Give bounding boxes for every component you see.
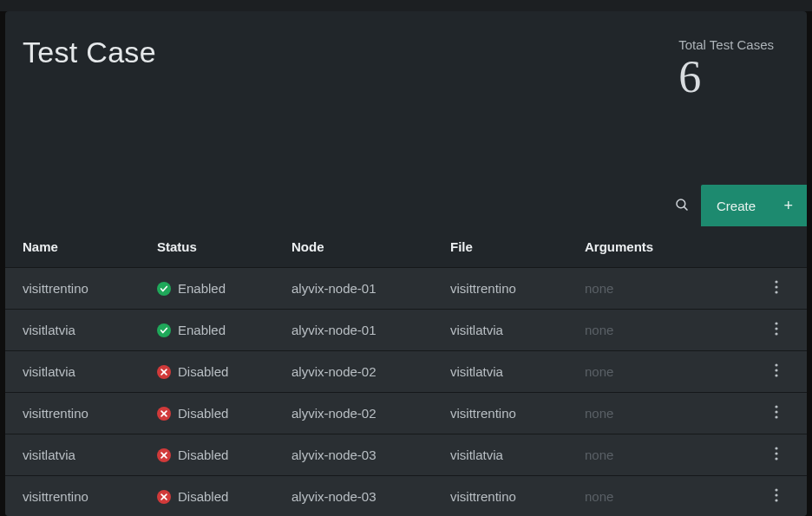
table-row[interactable]: visittrentinoDisabledalyvix-node-03visit… — [5, 476, 807, 516]
kebab-icon — [775, 447, 778, 463]
svg-point-6 — [775, 327, 777, 330]
kebab-icon — [775, 363, 778, 380]
svg-point-4 — [775, 291, 777, 293]
row-menu-button[interactable] — [768, 402, 785, 426]
test-case-panel: Test Case Total Test Cases 6 Create + Na… — [5, 11, 807, 516]
cell-name: visittrentino — [23, 489, 157, 504]
page-title: Test Case — [23, 36, 156, 185]
cell-node: alyvix-node-03 — [291, 447, 450, 462]
search-button[interactable] — [663, 185, 701, 226]
x-circle-icon — [157, 448, 171, 462]
svg-point-2 — [775, 280, 777, 283]
cell-file: visitlatvia — [450, 364, 585, 379]
cell-status: Enabled — [157, 281, 291, 296]
cell-status-text: Enabled — [178, 323, 226, 337]
table-header-row: Name Status Node File Arguments — [5, 226, 807, 268]
cell-node: alyvix-node-02 — [291, 364, 450, 379]
cell-file: visitlatvia — [450, 323, 585, 337]
cell-status-text: Disabled — [178, 447, 228, 462]
cell-file: visittrentino — [450, 406, 585, 421]
table-body: visittrentinoEnabledalyvix-node-01visitt… — [5, 268, 807, 516]
cell-file: visittrentino — [450, 489, 585, 504]
check-circle-icon — [157, 323, 171, 337]
cell-file: visittrentino — [450, 281, 585, 296]
kebab-icon — [775, 488, 778, 505]
cell-node: alyvix-node-01 — [291, 323, 450, 337]
col-header-name[interactable]: Name — [23, 239, 157, 254]
total-block: Total Test Cases 6 — [678, 36, 774, 185]
row-menu-button[interactable] — [768, 485, 785, 509]
table-row[interactable]: visittrentinoEnabledalyvix-node-01visitt… — [5, 268, 807, 310]
svg-point-20 — [775, 447, 777, 449]
col-header-node[interactable]: Node — [291, 239, 450, 254]
row-menu-button[interactable] — [768, 360, 785, 384]
plus-icon: + — [783, 197, 793, 215]
cell-arguments-none: none — [585, 447, 613, 462]
cell-status-text: Enabled — [178, 281, 226, 296]
row-menu-button[interactable] — [768, 443, 785, 467]
col-header-status[interactable]: Status — [157, 239, 291, 254]
col-header-arguments[interactable]: Arguments — [585, 239, 763, 254]
cell-status-text: Disabled — [178, 406, 228, 421]
svg-point-22 — [775, 457, 777, 460]
cell-node: alyvix-node-03 — [291, 489, 450, 504]
svg-point-12 — [775, 374, 777, 376]
cell-arguments-wrap: none — [585, 489, 763, 504]
kebab-icon — [775, 322, 778, 338]
check-circle-icon — [157, 282, 171, 296]
cell-arguments-none: none — [585, 489, 613, 504]
table-row[interactable]: visitlatviaDisabledalyvix-node-03visitla… — [5, 434, 807, 476]
svg-point-27 — [775, 499, 777, 501]
svg-point-26 — [775, 493, 777, 496]
kebab-icon — [775, 280, 778, 297]
svg-point-21 — [775, 452, 777, 454]
cell-file: visitlatvia — [450, 447, 585, 462]
svg-point-11 — [775, 369, 777, 371]
create-button-label: Create — [717, 199, 756, 213]
cell-arguments-wrap: none — [585, 364, 763, 379]
cell-name: visittrentino — [23, 281, 157, 296]
total-label: Total Test Cases — [678, 37, 774, 52]
x-circle-icon — [157, 407, 171, 421]
kebab-icon — [775, 405, 778, 421]
table-row[interactable]: visittrentinoDisabledalyvix-node-02visit… — [5, 393, 807, 434]
search-icon — [674, 197, 690, 215]
x-circle-icon — [157, 490, 171, 504]
svg-point-25 — [775, 488, 777, 491]
table-row[interactable]: visitlatviaDisabledalyvix-node-02visitla… — [5, 351, 807, 393]
create-button[interactable]: Create + — [701, 185, 807, 226]
svg-point-16 — [775, 410, 777, 413]
cell-name: visitlatvia — [23, 447, 157, 462]
row-menu-button[interactable] — [768, 318, 785, 343]
cell-arguments-none: none — [585, 323, 613, 337]
row-menu-button[interactable] — [768, 277, 785, 301]
cell-status: Disabled — [157, 364, 291, 379]
cell-status-text: Disabled — [178, 489, 228, 504]
cell-arguments-wrap: none — [585, 281, 763, 296]
cell-arguments-wrap: none — [585, 447, 763, 462]
svg-point-5 — [775, 322, 777, 324]
test-case-table: Name Status Node File Arguments visittre… — [5, 226, 807, 516]
cell-status: Disabled — [157, 447, 291, 462]
cell-status: Disabled — [157, 406, 291, 421]
table-row[interactable]: visitlatviaEnabledalyvix-node-01visitlat… — [5, 310, 807, 351]
svg-line-1 — [684, 206, 687, 210]
total-value: 6 — [678, 52, 774, 101]
cell-arguments-wrap: none — [585, 406, 763, 421]
x-circle-icon — [157, 365, 171, 379]
svg-point-17 — [775, 415, 777, 418]
cell-arguments-none: none — [585, 364, 613, 379]
svg-point-3 — [775, 285, 777, 288]
top-app-bar — [0, 0, 812, 11]
cell-arguments-none: none — [585, 281, 613, 296]
cell-node: alyvix-node-02 — [291, 406, 450, 421]
col-header-file[interactable]: File — [450, 239, 585, 254]
cell-node: alyvix-node-01 — [291, 281, 450, 296]
panel-header: Test Case Total Test Cases 6 — [5, 11, 807, 185]
cell-status-text: Disabled — [178, 364, 228, 379]
cell-name: visitlatvia — [23, 323, 157, 337]
table-toolbar: Create + — [663, 185, 807, 226]
svg-point-7 — [775, 332, 777, 335]
svg-point-10 — [775, 363, 777, 366]
cell-status: Disabled — [157, 489, 291, 504]
